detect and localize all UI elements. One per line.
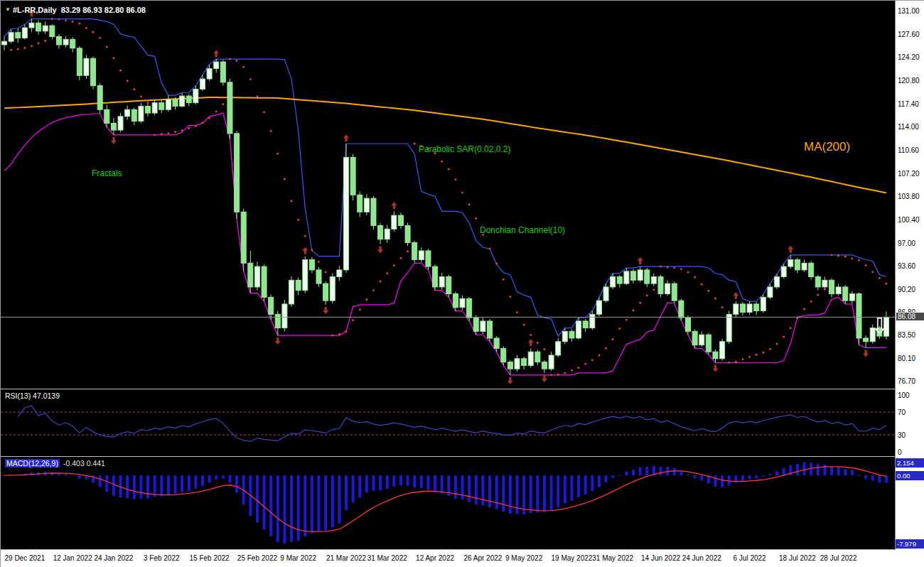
sar-dot	[810, 301, 812, 303]
sar-dot	[557, 374, 559, 376]
candle-body	[617, 277, 622, 284]
candle-body	[173, 99, 178, 107]
candle-body	[241, 212, 246, 263]
sar-dot	[359, 308, 361, 310]
price-axis[interactable]: 86.08 2.154 0.00 -7.979 131.00127.60124.…	[895, 1, 924, 550]
price-axis-label: 120.80	[898, 77, 920, 85]
sar-dot	[831, 254, 833, 256]
sar-dot	[338, 333, 340, 335]
macd-histogram-bar	[331, 475, 334, 527]
macd-histogram-bar	[645, 467, 648, 475]
candle-body	[146, 106, 151, 113]
candle-body	[611, 277, 616, 287]
date-label: 31 Mar 2022	[365, 554, 410, 562]
candle-body	[720, 342, 725, 359]
rsi-chart-canvas[interactable]	[1, 389, 895, 456]
macd-histogram-bar	[851, 470, 854, 475]
macd-histogram-bar	[426, 475, 429, 490]
sar-dot	[229, 58, 231, 60]
sar-dot	[99, 37, 101, 39]
sar-dot	[516, 311, 518, 313]
candle-body	[815, 277, 820, 287]
price-axis-label: 110.60	[898, 146, 919, 154]
candle-body	[84, 58, 89, 75]
macd-histogram-bar	[434, 475, 436, 492]
macd-histogram-bar	[407, 475, 409, 486]
sar-dot	[400, 257, 402, 259]
candle-body	[549, 355, 554, 369]
fractals-layer	[28, 10, 869, 384]
time-axis[interactable]: 29 Dec 202112 Jan 202224 Jan 20223 Feb 2…	[1, 550, 924, 567]
sar-dot	[790, 327, 792, 329]
candle-body	[16, 33, 21, 38]
fractal-up-arrow	[528, 339, 534, 346]
macd-histogram-bar	[837, 467, 840, 475]
candle-body	[166, 99, 171, 109]
candle-body	[235, 134, 240, 212]
macd-label-values: -0.403 0.441	[63, 459, 105, 468]
fractal-down-arrow	[323, 307, 328, 314]
current-price-badge: 86.08	[896, 312, 924, 321]
macd-histogram-bar	[768, 474, 771, 475]
sar-dot	[584, 363, 586, 365]
macd-histogram-bar	[468, 475, 471, 502]
price-axis-label: 124.20	[898, 53, 920, 61]
sar-dot	[276, 153, 279, 155]
candle-body	[344, 157, 349, 269]
sar-dot	[249, 78, 252, 80]
price-chart-canvas[interactable]	[1, 1, 895, 389]
sar-dot	[865, 264, 867, 266]
macd-histogram-bar	[830, 466, 833, 475]
fractal-up-arrow	[302, 247, 308, 254]
candle-body	[754, 304, 759, 311]
macd-max-badge: 2.154	[896, 458, 924, 468]
macd-histogram-bar	[591, 475, 593, 491]
sar-dot	[270, 130, 272, 132]
macd-chart-canvas[interactable]	[1, 457, 895, 549]
sar-dot	[331, 335, 333, 337]
date-label: 14 Jun 2022	[638, 554, 684, 562]
sar-dot	[571, 369, 573, 372]
macd-histogram-bar	[399, 475, 402, 485]
sar-dot	[72, 21, 74, 23]
macd-histogram-bar	[379, 475, 382, 490]
fractal-up-arrow	[638, 257, 643, 264]
candle-body	[596, 301, 601, 314]
macd-histogram-bar	[748, 475, 751, 480]
sar-dot	[236, 60, 238, 62]
macd-histogram-bar	[372, 475, 375, 491]
sar-dot	[673, 266, 675, 269]
candle-body	[303, 260, 308, 291]
candle-body	[364, 198, 369, 212]
macd-histogram-bar	[509, 475, 512, 514]
sar-dot	[871, 271, 874, 273]
down-arrow-annotation[interactable]: ⇩	[871, 315, 888, 338]
candle-body	[740, 304, 745, 313]
sar-dot	[817, 294, 819, 296]
panel-separator[interactable]	[1, 456, 924, 457]
sar-dot	[119, 70, 122, 72]
fractals-indicator-label: Fractals	[92, 168, 122, 178]
macd-histogram-bar	[679, 471, 682, 475]
sar-dot	[707, 290, 709, 292]
candle-body	[180, 96, 185, 106]
macd-histogram-bar	[441, 475, 444, 494]
candle-body	[480, 321, 485, 331]
macd-histogram-bar	[139, 475, 142, 499]
candle-body	[282, 304, 287, 328]
sar-dot	[687, 271, 689, 274]
macd-histogram-bar	[755, 475, 758, 478]
chart-window: ▼#L-RR,Daily83.29 86.93 82.80 86.08 Frac…	[0, 0, 924, 567]
candle-body	[412, 243, 417, 260]
panel-separator[interactable]	[1, 389, 924, 389]
sar-dot	[851, 257, 853, 259]
sar-dot	[633, 310, 635, 312]
macd-histogram-bar	[584, 475, 587, 495]
sar-dot	[550, 374, 552, 376]
macd-histogram-bar	[721, 475, 724, 487]
macd-histogram-bar	[488, 475, 491, 507]
candle-body	[392, 215, 397, 229]
sar-dot	[167, 132, 169, 134]
sar-dot	[495, 263, 498, 265]
candle-body	[713, 352, 718, 359]
